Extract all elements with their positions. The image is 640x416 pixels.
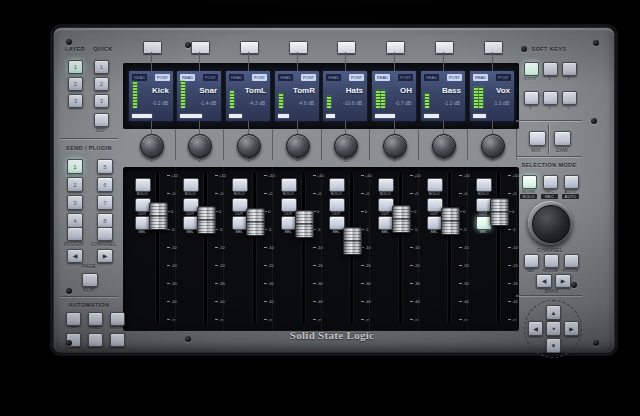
soft-key-button[interactable] <box>337 41 356 54</box>
channel-button[interactable] <box>97 227 113 241</box>
layer-button-2[interactable]: 2 <box>68 77 83 91</box>
automation-off-button[interactable] <box>66 312 81 326</box>
send-button-6[interactable]: 6 <box>97 177 113 192</box>
soft-key-button[interactable] <box>143 41 162 54</box>
soft-key-button[interactable] <box>191 41 210 54</box>
vpot-knob[interactable] <box>481 134 505 158</box>
cursor-down-button[interactable]: ▼ <box>546 338 561 353</box>
360-button[interactable] <box>94 113 109 127</box>
solo-button-label: SOLO <box>179 191 201 196</box>
page-left-button[interactable]: ◀ <box>67 249 83 263</box>
fader-slot <box>253 173 256 323</box>
fader-cap[interactable] <box>149 202 168 230</box>
vpot-knob[interactable] <box>334 134 358 158</box>
soft-key-bank-1-button[interactable] <box>543 62 558 76</box>
send-button-3[interactable]: 3 <box>67 195 83 210</box>
soft-key-bank-4-button[interactable] <box>543 91 558 105</box>
cursor-left-button[interactable]: ◀ <box>528 321 543 336</box>
channel-display: READPOSTSnar-1.4 dB <box>177 71 221 121</box>
selection-mode-auto-button[interactable] <box>564 175 579 189</box>
flip-button[interactable] <box>82 273 98 287</box>
meter-bar <box>425 93 429 108</box>
soft-key-bank-3-button[interactable] <box>524 91 539 105</box>
cursor-center-button[interactable]: ● <box>546 321 561 336</box>
channel-encoder[interactable] <box>528 201 572 245</box>
send-button-4[interactable]: 4 <box>67 213 83 228</box>
nudge-button[interactable] <box>544 254 559 268</box>
solo-button[interactable] <box>281 178 297 192</box>
vpot-knob[interactable] <box>432 134 456 158</box>
vpot-number: 2 <box>175 158 224 163</box>
bank-left-button[interactable]: ◀ <box>536 274 552 288</box>
nav-button[interactable] <box>524 254 539 268</box>
solo-button[interactable] <box>135 178 151 192</box>
daw-button[interactable] <box>554 131 571 146</box>
cut-button[interactable] <box>329 198 345 212</box>
automation-latch-button[interactable] <box>88 333 103 347</box>
send-button-8[interactable]: 8 <box>97 213 113 228</box>
vpot-knob[interactable] <box>237 134 261 158</box>
channel-strip: READPOSTTomL-4.3 dB3SOLOCUTSEL+10+50-5-1… <box>224 28 273 352</box>
cursor-up-button[interactable]: ▲ <box>546 305 561 320</box>
channel-db-value: -1.2 dB <box>444 100 460 106</box>
solo-button-label: SOLO <box>277 191 299 196</box>
solo-button[interactable] <box>427 178 443 192</box>
bank-right-button[interactable]: ▶ <box>555 274 571 288</box>
right-divider-2 <box>516 156 582 157</box>
vpot-knob[interactable] <box>383 134 407 158</box>
display-tag-right: POST <box>496 74 511 81</box>
fader-slot <box>156 173 159 323</box>
vpot-knob[interactable] <box>286 134 310 158</box>
left-divider-1 <box>60 138 118 139</box>
quick-button-1[interactable]: 1 <box>94 60 109 74</box>
vpot-knob[interactable] <box>188 134 212 158</box>
mix-button[interactable] <box>529 131 546 146</box>
soft-key-button[interactable] <box>484 41 503 54</box>
channel-display: READPOSTBass-1.2 dB <box>421 71 465 121</box>
fader-cap[interactable] <box>246 208 265 236</box>
selection-mode-badge: SOLO <box>520 194 537 199</box>
soft-key-bank-5-button[interactable] <box>562 91 577 105</box>
solo-button[interactable] <box>183 178 199 192</box>
soft-key-button[interactable] <box>289 41 308 54</box>
layer-button-3[interactable]: 3 <box>68 94 83 108</box>
solo-button[interactable] <box>476 178 492 192</box>
fader-cap[interactable] <box>295 210 314 238</box>
automation-write-button[interactable] <box>110 312 125 326</box>
automation-read-button[interactable] <box>88 312 103 326</box>
selection-mode-rec-button[interactable] <box>543 175 558 189</box>
layer-button-1[interactable]: 1 <box>68 60 83 74</box>
layer-section-title: LAYER <box>62 46 88 52</box>
send-button-5[interactable]: 5 <box>97 159 113 174</box>
fader-cap[interactable] <box>197 206 216 234</box>
cursor-right-button[interactable]: ▶ <box>564 321 579 336</box>
fader-cap[interactable] <box>441 207 460 235</box>
fader-slot <box>302 173 305 323</box>
focus-button[interactable] <box>564 254 579 268</box>
fader-cap[interactable] <box>490 198 509 226</box>
fader-scale-tick: 0 <box>508 210 520 214</box>
vpot-knob[interactable] <box>140 134 164 158</box>
soft-key-button[interactable] <box>240 41 259 54</box>
send-button-1[interactable]: 1 <box>67 159 83 174</box>
send-button-2[interactable]: 2 <box>67 177 83 192</box>
solo-button[interactable] <box>232 178 248 192</box>
fader-cap[interactable] <box>392 205 411 233</box>
selection-mode-norm-button[interactable] <box>522 175 537 189</box>
solo-button[interactable] <box>378 178 394 192</box>
solo-button[interactable] <box>329 178 345 192</box>
plugin-button[interactable] <box>67 227 83 241</box>
soft-key-button[interactable] <box>386 41 405 54</box>
automation-touch-button[interactable] <box>110 333 125 347</box>
fader-cap[interactable] <box>343 227 362 255</box>
soft-key-button[interactable] <box>435 41 454 54</box>
soft-key-bank-vpot-button[interactable] <box>524 62 539 76</box>
display-tag-right: POST <box>349 74 364 81</box>
page-right-button[interactable]: ▶ <box>97 249 113 263</box>
soft-key-bank-2-button[interactable] <box>562 62 577 76</box>
solo-button-label: SOLO <box>131 191 153 196</box>
quick-button-3[interactable]: 3 <box>94 94 109 108</box>
quick-button-2[interactable]: 2 <box>94 77 109 91</box>
channel-strip: READPOSTTomR-4.6 dB4SOLOCUTSEL+10+50-5-1… <box>273 28 322 352</box>
send-button-7[interactable]: 7 <box>97 195 113 210</box>
